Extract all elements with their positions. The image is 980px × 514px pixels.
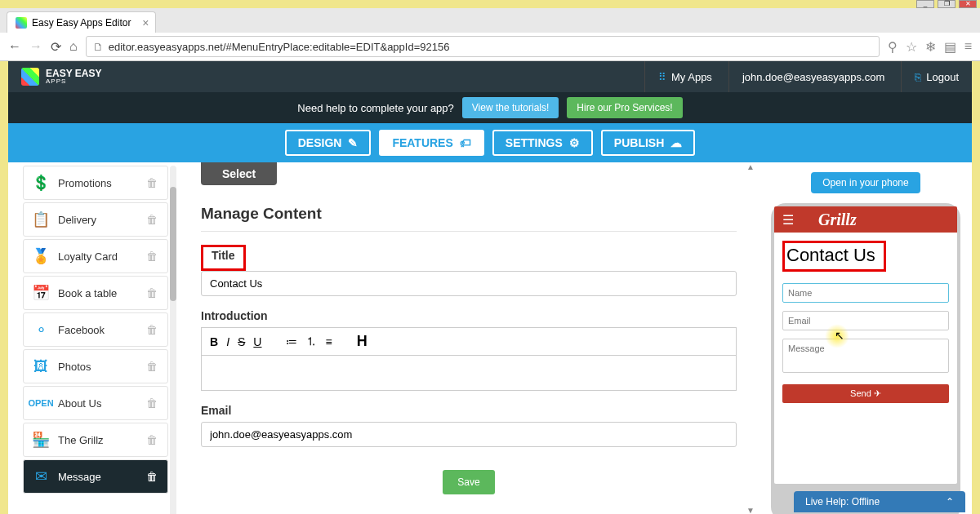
tab-publish[interactable]: PUBLISH☁ [601, 130, 695, 156]
message-icon: ✉ [24, 467, 58, 485]
tab-settings[interactable]: SETTINGS⚙ [492, 130, 593, 156]
reload-icon[interactable]: ⟳ [51, 39, 61, 55]
rte-toolbar: B I S U ≔ ⒈ ≡ H [201, 327, 737, 355]
trash-icon[interactable]: 🗑 [146, 397, 167, 410]
ext2-icon[interactable]: ▤ [944, 39, 956, 55]
about-icon: OPEN [24, 398, 58, 408]
trash-icon[interactable]: 🗑 [146, 433, 167, 446]
user-email[interactable]: john.doe@easyeasyapps.com [728, 61, 884, 92]
logout-link[interactable]: ⎘ Logout [901, 61, 959, 92]
brand-line2: APPS [46, 78, 101, 85]
strike-icon[interactable]: S [238, 335, 245, 348]
trash-icon[interactable]: 🗑 [146, 360, 167, 373]
trash-icon[interactable]: 🗑 [146, 470, 167, 483]
close-button[interactable]: ✕ [959, 0, 977, 8]
italic-icon[interactable]: I [226, 335, 229, 348]
sidebar-item-photos[interactable]: 🖼Photos🗑 [23, 349, 168, 383]
preview-email-input[interactable] [782, 311, 949, 330]
sidebar-scroll-thumb[interactable] [170, 187, 176, 301]
restore-button[interactable]: ❐ [938, 0, 956, 8]
trash-icon[interactable]: 🗑 [146, 176, 167, 189]
title-label: Title [212, 249, 235, 262]
trash-icon[interactable]: 🗑 [146, 250, 167, 263]
forward-icon[interactable]: → [29, 39, 42, 54]
scroll-down-icon[interactable]: ▼ [746, 506, 755, 514]
logo-icon [21, 68, 39, 86]
scroll-up-icon[interactable]: ▲ [746, 162, 755, 171]
tab-design[interactable]: DESIGN✎ [285, 130, 372, 156]
page-icon: 🗋 [93, 41, 104, 53]
back-icon[interactable]: ← [8, 39, 21, 54]
cursor-icon: ↖ [835, 329, 844, 342]
home-icon[interactable]: ⌂ [69, 39, 78, 54]
trash-icon[interactable]: 🗑 [146, 286, 167, 299]
sidebar-item-loyalty[interactable]: 🏅Loyalty Card🗑 [23, 239, 168, 273]
intro-label: Introduction [201, 309, 737, 322]
menu-icon[interactable]: ≡ [964, 39, 972, 55]
minimize-button[interactable]: _ [916, 0, 934, 8]
tag-icon: 🏷 [460, 136, 471, 149]
close-tab-icon[interactable]: × [142, 16, 149, 29]
promotions-icon: 💲 [24, 174, 58, 192]
bold-icon[interactable]: B [210, 335, 218, 348]
preview-name-input[interactable] [782, 283, 949, 303]
preview-send-button[interactable]: Send ✈ [782, 384, 949, 403]
select-button[interactable]: Select [201, 162, 277, 185]
sidebar-item-grillz[interactable]: 🏪The Grillz🗑 [23, 423, 168, 457]
section-title: Manage Content [201, 205, 737, 232]
share-icon: ⚬ [24, 321, 58, 339]
sidebar-item-book[interactable]: 📅Book a table🗑 [23, 276, 168, 310]
tab-title: Easy Easy Apps Editor [32, 17, 131, 29]
star-icon[interactable]: ☆ [906, 39, 917, 55]
underline-icon[interactable]: U [253, 335, 261, 348]
sidebar-item-about[interactable]: OPENAbout Us🗑 [23, 386, 168, 420]
tab-features[interactable]: FEATURES🏷 [379, 130, 483, 156]
heading-icon[interactable]: H [357, 333, 368, 350]
hamburger-icon[interactable]: ☰ [782, 212, 794, 228]
sidebar-item-facebook[interactable]: ⚬Facebook🗑 [23, 312, 168, 347]
email-label: Email [201, 404, 737, 417]
cloud-icon: ☁ [670, 136, 682, 149]
trash-icon[interactable]: 🗑 [146, 323, 167, 336]
preview-heading: Contact Us [782, 241, 886, 272]
app-logo[interactable]: EASY EASY APPS [21, 68, 101, 86]
preview-message-input[interactable] [782, 339, 949, 373]
ol-icon[interactable]: ⒈ [305, 335, 317, 349]
browser-tab[interactable]: Easy Easy Apps Editor × [7, 11, 156, 33]
ext1-icon[interactable]: ❄ [925, 39, 936, 55]
calendar-icon: 📅 [24, 284, 58, 302]
my-apps-link[interactable]: ⠿ My Apps [644, 61, 712, 92]
sidebar-item-delivery[interactable]: 📋Delivery🗑 [23, 202, 168, 237]
intro-editor[interactable] [201, 355, 737, 391]
store-icon: 🏪 [24, 431, 58, 449]
align-icon[interactable]: ≡ [325, 335, 332, 348]
delivery-icon: 📋 [24, 210, 58, 228]
apps-icon: ⠿ [658, 71, 666, 83]
trash-icon[interactable]: 🗑 [146, 213, 167, 226]
chevron-up-icon: ⌃ [946, 496, 954, 507]
sidebar-item-message[interactable]: ✉Message🗑 [23, 459, 168, 494]
url-input[interactable]: 🗋 editor.easyeasyapps.net/#MenuEntryPlac… [86, 36, 880, 57]
help-text: Need help to complete your app? [297, 102, 454, 114]
sidebar-item-promotions[interactable]: 💲Promotions🗑 [23, 166, 168, 200]
brush-icon: ✎ [348, 136, 358, 149]
title-input[interactable] [201, 271, 737, 296]
loyalty-icon: 🏅 [24, 247, 58, 265]
bookmark-icon[interactable]: ⚲ [888, 39, 898, 55]
save-button[interactable]: Save [443, 470, 494, 494]
phone-preview: ☰ Grillz Contact Us Send ✈ [771, 203, 960, 514]
favicon-icon [16, 17, 27, 29]
open-in-phone-button[interactable]: Open in your phone [811, 172, 920, 193]
photos-icon: 🖼 [24, 358, 58, 375]
email-input[interactable] [201, 422, 737, 447]
pro-services-button[interactable]: Hire our Pro Services! [567, 97, 682, 118]
url-text: editor.easyeasyapps.net/#MenuEntryPlace:… [109, 41, 450, 53]
ul-icon[interactable]: ≔ [286, 335, 297, 348]
tutorials-button[interactable]: View the tutorials! [462, 97, 559, 118]
live-help-widget[interactable]: Live Help: Offline ⌃ [794, 491, 965, 512]
gear-icon: ⚙ [569, 136, 580, 149]
preview-brand: Grillz [818, 210, 857, 229]
logout-icon: ⎘ [915, 71, 921, 83]
